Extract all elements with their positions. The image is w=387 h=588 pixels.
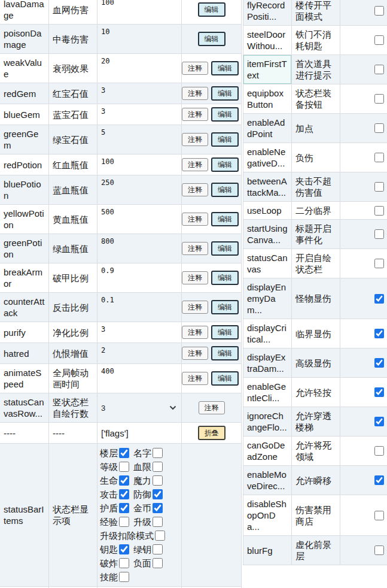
comment-button[interactable]: 注释 xyxy=(182,108,208,121)
table-row[interactable]: displayExtraDam...高级显伤 xyxy=(243,348,387,378)
row-checkbox[interactable] xyxy=(374,417,384,426)
row-checkbox[interactable] xyxy=(374,329,384,338)
config-value[interactable]: 250 xyxy=(97,175,182,204)
table-row[interactable]: bluePotion蓝血瓶值250注释编辑 xyxy=(0,175,242,205)
status-item-checkbox[interactable] xyxy=(119,572,129,582)
table-row[interactable]: enableMoveDirec...允许瞬移 xyxy=(243,466,387,495)
config-value[interactable]: 400 xyxy=(97,364,182,393)
table-row[interactable]: startUsingCanva...标题开启事件化 xyxy=(243,220,387,249)
collapse-button[interactable]: 折叠 xyxy=(198,426,226,440)
table-row[interactable]: flyRecordPositi...楼传开平面模式 xyxy=(243,0,387,26)
comment-button[interactable]: 注释 xyxy=(182,183,208,196)
comment-button[interactable]: 注释 xyxy=(182,87,208,100)
edit-button[interactable]: 编辑 xyxy=(211,61,239,75)
table-row[interactable]: enableAddPoint加点 xyxy=(243,114,387,143)
table-row[interactable]: displayCritical...临界显伤 xyxy=(243,319,387,348)
comment-button[interactable]: 注释 xyxy=(182,372,208,385)
edit-button[interactable]: 编辑 xyxy=(198,32,226,46)
edit-button[interactable]: 编辑 xyxy=(211,300,239,314)
table-row[interactable]: weakValue衰弱效果20注释编辑 xyxy=(0,54,242,83)
table-row[interactable]: blueGem蓝宝石值3注释编辑 xyxy=(0,104,242,125)
config-value[interactable]: 800 xyxy=(97,234,182,263)
edit-button[interactable]: 编辑 xyxy=(211,157,239,172)
table-row[interactable]: enableNegativeD...负伤 xyxy=(243,143,387,172)
row-checkbox[interactable] xyxy=(374,123,384,133)
comment-button[interactable]: 注释 xyxy=(182,326,208,339)
config-value[interactable]: 3 xyxy=(97,104,182,125)
table-row[interactable]: betweenAttackMa...夹击不超伤害值 xyxy=(243,172,387,202)
status-item-checkbox[interactable] xyxy=(153,558,163,568)
table-row[interactable]: hatred仇恨增值2注释编辑 xyxy=(0,343,242,364)
table-row[interactable]: itemFirstText首次道具进行提示 xyxy=(243,55,387,84)
status-item-checkbox[interactable] xyxy=(153,489,163,499)
table-row[interactable]: statusBarItems状态栏显示项楼层名字等级血限生命魔力攻击防御护盾金币… xyxy=(0,444,242,587)
edit-button[interactable]: 编辑 xyxy=(211,241,239,256)
edit-button[interactable]: 编辑 xyxy=(198,2,226,17)
comment-button[interactable]: 注释 xyxy=(182,62,208,75)
status-item-checkbox[interactable] xyxy=(119,489,129,499)
status-item-checkbox[interactable] xyxy=(119,448,129,458)
edit-button[interactable]: 编辑 xyxy=(211,271,239,285)
edit-button[interactable]: 编辑 xyxy=(211,107,239,122)
config-value[interactable]: 100 xyxy=(97,0,182,24)
config-value[interactable]: 100 xyxy=(97,154,182,175)
status-item-checkbox[interactable] xyxy=(153,544,163,554)
row-checkbox[interactable] xyxy=(374,259,384,268)
config-value[interactable]: 0.1 xyxy=(97,293,182,322)
table-row[interactable]: enableGentleCli...允许轻按 xyxy=(243,378,387,407)
row-checkbox[interactable] xyxy=(374,94,384,104)
row-checkbox[interactable] xyxy=(374,511,384,520)
comment-button[interactable]: 注释 xyxy=(199,401,225,414)
comment-button[interactable]: 注释 xyxy=(182,158,208,171)
table-row[interactable]: statusCanvasRow...竖状态栏自绘行数3注释 xyxy=(0,393,242,423)
row-checkbox[interactable] xyxy=(374,65,384,74)
status-item-checkbox[interactable] xyxy=(119,544,129,554)
table-row[interactable]: greenPotion绿血瓶值800注释编辑 xyxy=(0,234,242,263)
comment-button[interactable]: 注释 xyxy=(182,242,208,255)
row-checkbox[interactable] xyxy=(374,446,384,456)
config-value[interactable]: 5 xyxy=(97,125,182,154)
status-item-checkbox[interactable] xyxy=(119,517,129,527)
table-row[interactable]: displayEnemyDam...怪物显伤 xyxy=(243,278,387,319)
status-item-checkbox[interactable] xyxy=(153,448,163,458)
table-row[interactable]: disableShopOnDa...伤害禁用商店 xyxy=(243,495,387,536)
table-row[interactable]: canGoDeadZone允许将死领域 xyxy=(243,437,387,466)
edit-button[interactable]: 编辑 xyxy=(211,183,239,197)
table-row[interactable]: greenGem绿宝石值5注释编辑 xyxy=(0,125,242,154)
row-checkbox[interactable] xyxy=(374,475,384,485)
config-value[interactable]: 2 xyxy=(97,343,182,363)
status-item-checkbox[interactable] xyxy=(153,517,163,527)
comment-button[interactable]: 注释 xyxy=(182,133,208,146)
status-item-checkbox[interactable] xyxy=(119,462,129,472)
config-value[interactable]: 500 xyxy=(97,205,182,234)
status-item-checkbox[interactable] xyxy=(153,475,163,486)
edit-button[interactable]: 编辑 xyxy=(211,86,239,101)
edit-button[interactable]: 编辑 xyxy=(211,325,239,340)
status-item-checkbox[interactable] xyxy=(119,475,129,486)
table-row[interactable]: counterAttack反击比例0.1注释编辑 xyxy=(0,293,242,322)
row-checkbox[interactable] xyxy=(374,6,384,16)
table-row[interactable]: equipboxButton状态栏装备按钮 xyxy=(243,84,387,114)
table-row[interactable]: ignoreChangeFlo...允许穿透楼梯 xyxy=(243,407,387,437)
row-checkbox[interactable] xyxy=(374,358,384,368)
table-row[interactable]: statusCanvas开启自绘状态栏 xyxy=(243,249,387,278)
comment-button[interactable]: 注释 xyxy=(182,347,208,360)
row-checkbox[interactable] xyxy=(374,545,384,555)
edit-button[interactable]: 编辑 xyxy=(211,371,239,386)
config-value[interactable]: 10 xyxy=(97,25,182,53)
table-row[interactable]: poisonDamage中毒伤害10编辑 xyxy=(0,25,242,54)
row-checkbox[interactable] xyxy=(374,294,384,304)
table-row[interactable]: steelDoorWithou...铁门不消耗钥匙 xyxy=(243,26,387,55)
comment-button[interactable]: 注释 xyxy=(182,213,208,226)
edit-button[interactable]: 编辑 xyxy=(211,212,239,226)
rows-select[interactable]: 3 xyxy=(97,393,182,422)
row-checkbox[interactable] xyxy=(374,229,384,239)
table-row[interactable]: blurFg虚化前景层 xyxy=(243,536,387,565)
row-checkbox[interactable] xyxy=(374,182,384,192)
config-value[interactable]: 3 xyxy=(97,322,182,343)
table-row[interactable]: breakArmor破甲比例0.9注释编辑 xyxy=(0,263,242,293)
row-checkbox[interactable] xyxy=(374,387,384,397)
edit-button[interactable]: 编辑 xyxy=(211,132,239,147)
config-value[interactable]: 0.9 xyxy=(97,263,182,292)
status-item-checkbox[interactable] xyxy=(155,531,165,541)
